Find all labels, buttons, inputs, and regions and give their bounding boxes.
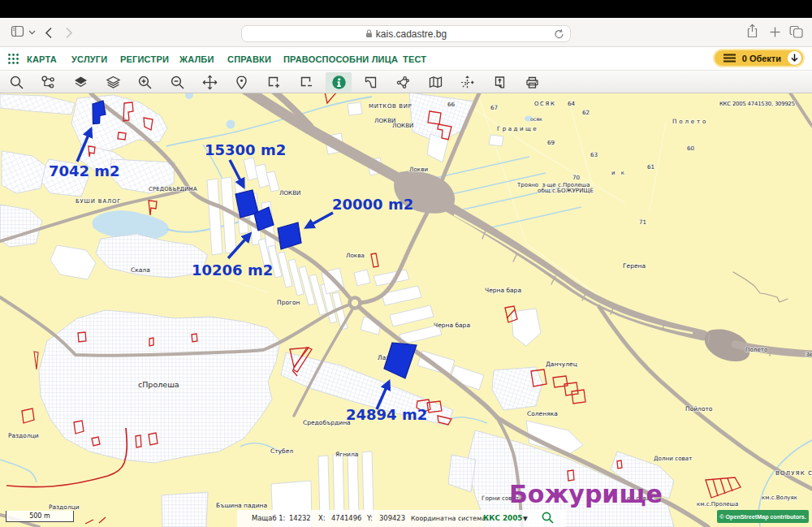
tool-zoom-rect-out[interactable] bbox=[293, 72, 319, 92]
map-label: общ.с.БОЖУРИЩЕ bbox=[538, 187, 594, 194]
crs-label: Координатна система: bbox=[411, 515, 488, 522]
site-menu-bar: КАРТАУСЛУГИРЕГИСТРИЖАЛБИСПРАВКИПРАВОСПОС… bbox=[0, 47, 812, 70]
menu-item-5[interactable]: СПРАВКИ bbox=[227, 54, 271, 64]
tool-pan[interactable] bbox=[197, 72, 222, 92]
zoom-out-icon bbox=[170, 75, 185, 90]
tool-sitemap[interactable] bbox=[36, 72, 62, 92]
print-icon bbox=[525, 75, 540, 90]
sidebar-icon[interactable] bbox=[11, 24, 24, 38]
crs-corner-reference: ККС 2005 4741530, 309925 bbox=[719, 101, 795, 107]
map-label: Долни соват bbox=[654, 455, 692, 462]
map-label: 66 bbox=[447, 101, 456, 108]
menu-item-3[interactable]: РЕГИСТРИ bbox=[120, 54, 169, 64]
export-icon bbox=[492, 75, 508, 90]
tool-previous-extent[interactable] bbox=[358, 72, 384, 92]
tool-layers-solid[interactable] bbox=[67, 72, 93, 92]
tool-zoom-out[interactable] bbox=[165, 72, 191, 92]
tool-identify[interactable] bbox=[326, 72, 352, 92]
back-icon[interactable] bbox=[45, 27, 53, 39]
scale-label: Мащаб 1: bbox=[252, 514, 285, 522]
menu-item-2[interactable]: УСЛУГИ bbox=[71, 54, 107, 64]
scale-bar-label: 500 m bbox=[29, 512, 50, 520]
map-label: Бъшина падина bbox=[216, 502, 267, 509]
objects-button[interactable]: 0 Обекти bbox=[713, 49, 805, 67]
new-tab-icon[interactable] bbox=[769, 26, 781, 38]
map-label: 62 bbox=[582, 109, 590, 116]
layers-solid-icon bbox=[73, 75, 89, 90]
menu-item-1[interactable]: КАРТА bbox=[27, 54, 57, 64]
tool-print[interactable] bbox=[519, 72, 545, 92]
osm-attribution-badge[interactable]: © OpenStreetMap contributors. bbox=[717, 510, 809, 523]
map-label: ЛОКВИ bbox=[279, 189, 300, 197]
status-search-icon[interactable] bbox=[541, 511, 555, 527]
map-label: 60 bbox=[687, 145, 695, 152]
zoom-in-icon bbox=[137, 75, 153, 90]
tool-coordinates[interactable] bbox=[455, 72, 481, 92]
apps-grid-icon[interactable] bbox=[7, 53, 19, 68]
reload-icon[interactable] bbox=[554, 28, 564, 40]
map-label: Локва bbox=[346, 252, 365, 259]
identify-icon bbox=[330, 74, 348, 91]
tool-zoom-rect-in[interactable] bbox=[261, 72, 287, 92]
scale-bar: 500 m bbox=[6, 511, 74, 522]
crs-caret-icon[interactable]: ▼ bbox=[523, 515, 528, 522]
map-label: БУШИ ВАЛОГ bbox=[76, 198, 121, 205]
x-label: X: bbox=[318, 514, 326, 522]
pan-icon bbox=[202, 75, 218, 90]
window-titlebar bbox=[0, 0, 812, 18]
tabs-overview-icon[interactable] bbox=[789, 25, 804, 39]
map-label: 63 bbox=[590, 151, 598, 158]
tool-select-polygon[interactable] bbox=[390, 72, 416, 92]
area-annotation: 15300 m2 bbox=[205, 141, 286, 158]
map-label: Ягнила bbox=[335, 451, 358, 458]
menu-item-6[interactable]: ПРАВОСПОСОБНИ ЛИЦА bbox=[283, 54, 398, 64]
scale-value: 14232 bbox=[289, 514, 311, 522]
tool-layers[interactable] bbox=[100, 72, 126, 92]
osm-attribution-text: © OpenStreetMap contributors. bbox=[719, 513, 806, 521]
map-label: Черна бара bbox=[434, 322, 470, 329]
map-label: СРЕДОБЬРДИНА bbox=[149, 186, 197, 192]
crs-select[interactable]: ККС 2005 bbox=[483, 514, 522, 522]
share-icon[interactable] bbox=[746, 24, 758, 39]
map-label: Раздолци bbox=[8, 432, 39, 439]
map-label: ОСЯК bbox=[534, 101, 556, 107]
map-label: 69 bbox=[547, 139, 555, 146]
tool-map-sheets[interactable] bbox=[422, 72, 448, 92]
y-value: 309423 bbox=[379, 514, 405, 522]
tab-chevron-icon[interactable] bbox=[28, 30, 36, 35]
browser-toolbar: kais.cadastre.bg bbox=[0, 18, 812, 47]
tool-export[interactable] bbox=[487, 72, 513, 92]
sitemap-icon bbox=[41, 75, 56, 90]
map-label: и к bbox=[611, 170, 627, 176]
menu-item-4[interactable]: ЖАЛБИ bbox=[179, 54, 214, 64]
tool-search[interactable] bbox=[3, 72, 29, 92]
map-label: Черна бара bbox=[485, 287, 521, 294]
search-icon bbox=[9, 75, 24, 90]
forward-icon[interactable] bbox=[65, 27, 73, 39]
map-label: 71 bbox=[639, 218, 646, 226]
map-label: км.с.Волуяк bbox=[762, 495, 797, 501]
map-label: 61 bbox=[647, 163, 654, 171]
hamburger-icon bbox=[723, 54, 736, 63]
map-canvas[interactable]: Лазар МИТКОВ ВИРЛОКВИЛОКВИЛоквиЛОКВИЛокв… bbox=[0, 93, 812, 527]
town-label: Божурище bbox=[509, 480, 663, 508]
map-label: Герена bbox=[623, 262, 646, 270]
download-arrow-icon[interactable] bbox=[788, 51, 801, 65]
y-label: Y: bbox=[367, 514, 373, 522]
map-tools-bar bbox=[0, 70, 812, 93]
map-label: Прогон bbox=[277, 299, 300, 306]
map-label: ЛОКВИ bbox=[392, 122, 413, 129]
address-bar[interactable]: kais.cadastre.bg bbox=[241, 25, 571, 42]
map-label: Градище bbox=[497, 125, 538, 132]
objects-count-label: 0 Обекти bbox=[742, 54, 781, 63]
tool-zoom-in[interactable] bbox=[132, 72, 158, 92]
tool-locate[interactable] bbox=[229, 72, 255, 92]
zoom-rect-out-icon bbox=[299, 75, 314, 90]
map-label: Полето bbox=[745, 346, 767, 353]
menu-item-7[interactable]: ТЕСТ bbox=[403, 54, 426, 64]
url-text: kais.cadastre.bg bbox=[376, 28, 447, 40]
map-label: км.с.Пролеша bbox=[697, 501, 738, 508]
zoom-rect-in-icon bbox=[266, 75, 282, 90]
coordinates-icon bbox=[460, 75, 475, 90]
area-annotation: 7042 m2 bbox=[49, 162, 120, 179]
